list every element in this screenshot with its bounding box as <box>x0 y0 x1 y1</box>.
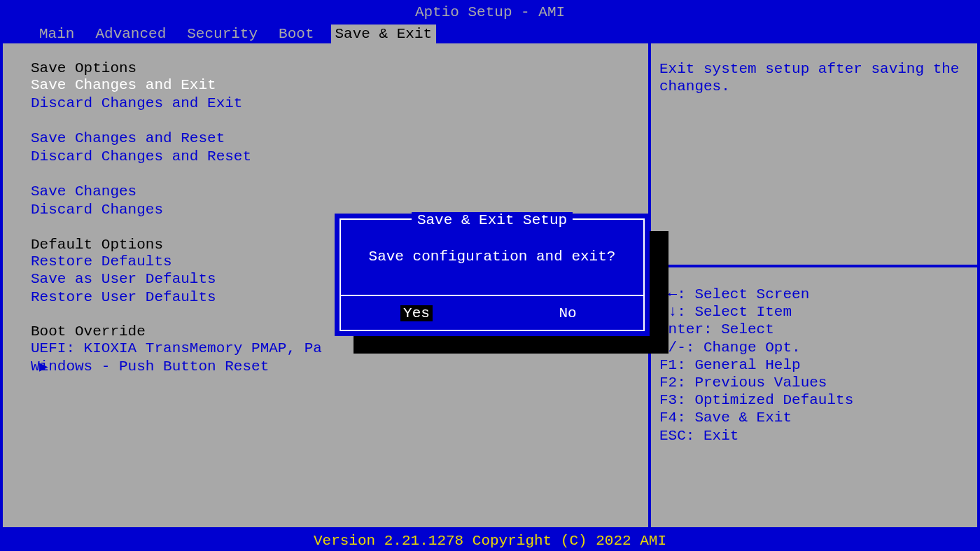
key-hint: Enter: Select <box>659 321 963 338</box>
help-pane: Exit system setup after saving the chang… <box>651 43 977 527</box>
menu-save-changes-exit[interactable]: Save Changes and Exit <box>31 76 648 95</box>
submenu-arrow-icon: ▶ <box>39 358 48 375</box>
tab-boot[interactable]: Boot <box>274 25 318 43</box>
tab-bar: Main Advanced Security Boot Save & Exit <box>0 24 980 43</box>
dialog-yes-button[interactable]: Yes <box>341 305 492 321</box>
menu-discard-changes-reset[interactable]: Discard Changes and Reset <box>31 148 648 166</box>
key-hint: F2: Previous Values <box>659 374 963 391</box>
menu-discard-changes-exit[interactable]: Discard Changes and Exit <box>31 95 648 113</box>
key-hint: →←: Select Screen <box>659 286 963 303</box>
menu-save-changes[interactable]: Save Changes <box>31 183 648 201</box>
menu-windows-push-button-reset[interactable]: Windows - Push Button Reset <box>31 358 648 376</box>
confirm-dialog: Save & Exit Setup Save configuration and… <box>335 214 650 336</box>
key-hint: +/-: Change Opt. <box>659 339 963 356</box>
footer-bar: Version 2.21.1278 Copyright (C) 2022 AMI <box>0 530 980 551</box>
key-hint: F4: Save & Exit <box>659 409 963 426</box>
key-hint: F1: General Help <box>659 356 963 374</box>
help-keys: →←: Select Screen ↑↓: Select Item Enter:… <box>651 267 977 452</box>
tab-security[interactable]: Security <box>183 25 262 43</box>
tab-main[interactable]: Main <box>35 25 78 43</box>
key-hint: ↑↓: Select Item <box>659 303 963 321</box>
menu-save-changes-reset[interactable]: Save Changes and Reset <box>31 130 648 148</box>
help-description: Exit system setup after saving the chang… <box>651 43 977 267</box>
tab-save-exit[interactable]: Save & Exit <box>331 25 437 43</box>
title-bar: Aptio Setup - AMI <box>0 0 980 24</box>
key-hint: F3: Optimized Defaults <box>659 391 963 409</box>
version-text: Version 2.21.1278 Copyright (C) 2022 AMI <box>314 533 666 549</box>
dialog-title: Save & Exit Setup <box>412 212 573 228</box>
dialog-no-button[interactable]: No <box>492 305 643 321</box>
tab-advanced[interactable]: Advanced <box>91 25 170 43</box>
save-options-header: Save Options <box>31 60 648 76</box>
setup-title: Aptio Setup - AMI <box>415 4 565 20</box>
key-hint: ESC: Exit <box>659 427 963 445</box>
